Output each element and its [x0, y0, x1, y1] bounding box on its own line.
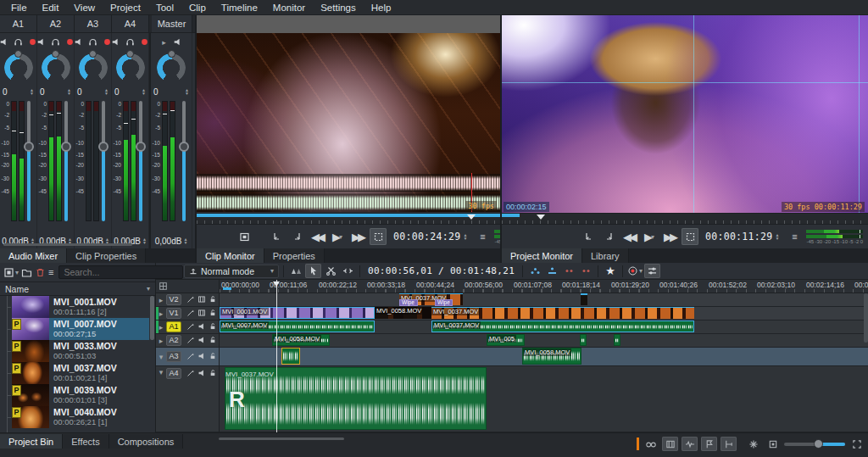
- mix-audio-icon[interactable]: [527, 264, 542, 278]
- menu-help[interactable]: Help: [364, 0, 399, 15]
- delete-icon[interactable]: [35, 265, 46, 280]
- fast-forward-icon[interactable]: ▶▶: [349, 228, 366, 245]
- mixer-tab-a2[interactable]: A2: [37, 15, 75, 32]
- lock-icon[interactable]: [209, 309, 217, 319]
- lock-icon[interactable]: [209, 322, 217, 332]
- track-header-a2[interactable]: ▸ A2: [156, 334, 220, 348]
- effects-wand-icon[interactable]: [186, 336, 195, 346]
- zone-in-icon[interactable]: [268, 228, 285, 245]
- menu-monitor[interactable]: Monitor: [265, 0, 313, 15]
- timeline-vertical-scrollbar[interactable]: [864, 293, 868, 343]
- monitor-menu-icon[interactable]: ≡: [474, 228, 491, 245]
- mute-icon[interactable]: [0, 37, 8, 47]
- volume-knob[interactable]: [78, 50, 108, 86]
- effects-wand-icon[interactable]: [186, 322, 195, 332]
- timeline-clip[interactable]: MVI_0037.MOV: [431, 307, 694, 319]
- lane-v1[interactable]: MVI_0001.MOV MVI_0058.MOV MVI_0037.MOV: [220, 307, 868, 320]
- volume-knob[interactable]: [115, 50, 146, 86]
- loop-zone-icon[interactable]: [682, 228, 698, 245]
- volume-fader[interactable]: [24, 101, 34, 221]
- monitor-playhead-icon[interactable]: [537, 215, 545, 224]
- mixer-tab-a4[interactable]: A4: [112, 15, 149, 32]
- menu-clip[interactable]: Clip: [181, 0, 214, 15]
- timeline-audio-clip[interactable]: MVI_0058.MOV: [272, 334, 330, 346]
- mixer-tab-master[interactable]: Master: [152, 15, 192, 32]
- timeline-audio-clip[interactable]: MVI_005: [487, 334, 525, 346]
- volume-fader[interactable]: [136, 101, 146, 221]
- timeline-audio-clip[interactable]: MVI_0007.MOV: [220, 320, 375, 332]
- tab-audio-mixer[interactable]: Audio Mixer: [0, 248, 67, 263]
- solo-headphones-icon[interactable]: [14, 37, 23, 47]
- effects-wand-icon[interactable]: [186, 295, 195, 305]
- volume-fader[interactable]: [61, 101, 71, 221]
- solo-headphones-icon[interactable]: [125, 37, 135, 47]
- zone-out-icon[interactable]: [288, 228, 305, 245]
- automatic-transition-icon[interactable]: [745, 437, 761, 451]
- tab-project-bin[interactable]: Project Bin: [0, 434, 63, 449]
- video-thumbnail-icon[interactable]: [198, 309, 206, 319]
- expand-track-icon[interactable]: ▸: [158, 323, 164, 332]
- track-header-v1[interactable]: ▸ V1: [156, 307, 220, 320]
- track-header-a1[interactable]: ▸ A1: [156, 320, 220, 334]
- clip-monitor-video[interactable]: 30 fps: [197, 33, 500, 212]
- track-header-v2[interactable]: ▸ V2: [156, 293, 220, 307]
- volume-knob[interactable]: [156, 50, 186, 86]
- zone-out-icon[interactable]: [600, 228, 617, 245]
- menu-timeline[interactable]: Timeline: [214, 0, 265, 15]
- menu-edit[interactable]: Edit: [35, 0, 67, 15]
- gain-stepper[interactable]: 0▲▼: [0, 86, 36, 98]
- loop-zone-icon[interactable]: [370, 228, 387, 245]
- create-folder-icon[interactable]: [21, 265, 32, 280]
- bin-clip-row[interactable]: P MVI_0040.MOV00:00:26;21 [1]: [0, 406, 149, 428]
- video-thumbnail-icon[interactable]: [198, 295, 206, 305]
- solo-headphones-icon[interactable]: [88, 37, 97, 47]
- monitor-timecode[interactable]: 00:00:11:29 ▲▼: [705, 231, 779, 242]
- zoom-fit-selection-icon[interactable]: [765, 437, 781, 451]
- tab-properties[interactable]: Properties: [264, 248, 325, 263]
- track-label[interactable]: A4: [166, 368, 181, 379]
- expand-track-icon[interactable]: ▸: [158, 337, 164, 345]
- menu-file[interactable]: File: [3, 0, 35, 15]
- speaker-icon[interactable]: [198, 322, 206, 332]
- mixer-scrollbar[interactable]: [3, 243, 132, 246]
- monitor-timecode[interactable]: 00:00:24:29 ▲▼: [393, 231, 467, 242]
- collapse-track-icon[interactable]: ▾: [158, 368, 164, 376]
- db-spinbox[interactable]: 0,00dB▲▼: [2, 235, 35, 248]
- clip-monitor-ruler[interactable]: [197, 213, 500, 224]
- wipe-transition[interactable]: Wipe: [435, 299, 453, 306]
- track-label[interactable]: V2: [166, 294, 181, 305]
- track-label[interactable]: V1: [166, 308, 181, 319]
- record-button[interactable]: ▾: [627, 264, 643, 278]
- menu-project[interactable]: Project: [103, 0, 148, 15]
- tab-compositions[interactable]: Compositions: [109, 434, 184, 449]
- snap-toggle[interactable]: [721, 437, 737, 451]
- razor-tool-icon[interactable]: [323, 264, 338, 278]
- volume-fader[interactable]: [179, 101, 189, 221]
- mixer-tab-a3[interactable]: A3: [75, 15, 112, 32]
- edit-mode-select[interactable]: Normal mode▾: [184, 265, 279, 278]
- speaker-icon[interactable]: [198, 336, 206, 346]
- show-video-thumbnails-toggle[interactable]: [662, 437, 678, 451]
- lane-a3[interactable]: MVI_0058.MOV: [220, 348, 868, 366]
- mix-clips-icon[interactable]: [288, 264, 303, 278]
- name-column-header[interactable]: Name▾: [0, 281, 155, 296]
- tab-clip-monitor[interactable]: Clip Monitor: [197, 248, 264, 263]
- collapse-icon[interactable]: ▸: [161, 38, 168, 47]
- timeline-clip[interactable]: MVI_0001.MOV: [220, 307, 375, 319]
- favorite-effects-icon[interactable]: ★: [603, 264, 618, 278]
- track-label[interactable]: A2: [166, 335, 181, 346]
- fast-forward-icon[interactable]: ▶▶: [661, 228, 678, 245]
- mixer-tab-a1[interactable]: A1: [0, 15, 37, 32]
- timeline-master-icon[interactable]: [156, 280, 220, 293]
- bin-clip-row-selected[interactable]: P MVI_0007.MOV00:00:27;15: [0, 318, 149, 340]
- timeline-ruler[interactable]: 00:00:00;00 00:00:11;06 00:00:22;12 00:0…: [220, 280, 868, 293]
- track-label-active[interactable]: A1: [166, 321, 181, 332]
- record-arm-icon[interactable]: [140, 37, 149, 47]
- spacer-tool-icon[interactable]: [340, 264, 355, 278]
- track-label[interactable]: A3: [166, 351, 181, 362]
- play-button[interactable]: ▶▾: [641, 228, 658, 245]
- expand-track-icon[interactable]: ▸: [158, 296, 164, 304]
- bin-scrollbar[interactable]: [150, 296, 154, 340]
- insert-zone-icon[interactable]: [544, 264, 559, 278]
- wipe-transition[interactable]: Wipe: [399, 299, 418, 306]
